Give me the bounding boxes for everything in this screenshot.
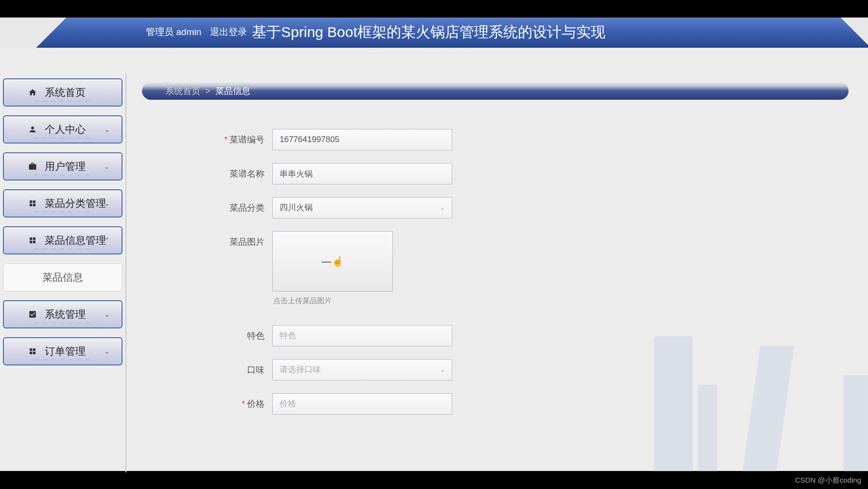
category-label: 菜品分类 xyxy=(204,197,272,214)
logout-link[interactable]: 退出登录 xyxy=(210,26,247,38)
chevron-down-icon: ⌄ xyxy=(104,126,110,133)
sidebar-item-profile[interactable]: 个人中心 ⌄ — — — — — — — xyxy=(3,115,123,144)
breadcrumb: 系统首页 > 菜品信息 xyxy=(142,82,849,100)
recipe-name-label: 菜谱名称 xyxy=(204,163,272,180)
price-input[interactable] xyxy=(272,393,452,415)
sidebar-item-category-mgmt[interactable]: 菜品分类管理 ⌄ — — — — — — — xyxy=(3,189,123,217)
sidebar-item-user-mgmt[interactable]: 用户管理 ⌄ — — — — — — — xyxy=(3,152,123,181)
sidebar-item-label: 系统管理 xyxy=(45,308,86,321)
grid-icon xyxy=(27,235,38,246)
system-title: 基于Spring Boot框架的某火锅店管理系统的设计与实现 xyxy=(252,22,605,42)
form-area: *菜谱编号 菜谱名称 菜品分类 四川火锅 ⌄ 菜品图片 —☝ xyxy=(204,129,858,415)
pointer-cursor-icon: —☝ xyxy=(322,255,344,267)
sidebar-item-label: 系统首页 xyxy=(45,86,86,99)
category-select[interactable]: 四川火锅 ⌄ xyxy=(272,197,452,218)
briefcase-icon xyxy=(27,161,38,172)
breadcrumb-root[interactable]: 系统首页 xyxy=(165,85,200,97)
chevron-down-icon: ⌄ xyxy=(440,204,445,211)
grid-icon xyxy=(27,346,38,357)
chevron-down-icon: ⌄ xyxy=(104,163,110,170)
chevron-down-icon: ⌄ xyxy=(104,199,110,207)
sidebar-subitem-dish-info[interactable]: 菜品信息 xyxy=(3,263,123,291)
breadcrumb-separator: > xyxy=(205,86,211,96)
sidebar-item-label: 菜品信息管理 xyxy=(45,234,106,247)
recipe-name-input[interactable] xyxy=(272,163,452,184)
sidebar-item-label: 用户管理 xyxy=(45,160,86,173)
upload-hint: 点击上传菜品图片 xyxy=(273,296,393,306)
sidebar: 系统首页 — — — — — — — 个人中心 ⌄ — — — — — — — … xyxy=(0,73,126,472)
breadcrumb-current: 菜品信息 xyxy=(215,85,250,97)
check-square-icon xyxy=(27,309,38,320)
feature-label: 特色 xyxy=(204,325,272,342)
sidebar-item-dish-info-mgmt[interactable]: 菜品信息管理 ⌃ — — — — — — — xyxy=(3,226,123,254)
chevron-up-icon: ⌃ xyxy=(104,236,110,244)
header-banner: 管理员 admin 退出登录 基于Spring Boot框架的某火锅店管理系统的… xyxy=(0,18,868,48)
chevron-down-icon: ⌄ xyxy=(104,347,110,355)
chevron-down-icon: ⌄ xyxy=(440,366,445,373)
recipe-code-input[interactable] xyxy=(272,129,452,150)
feature-input[interactable] xyxy=(272,325,452,346)
main-content: 系统首页 > 菜品信息 *菜谱编号 菜谱名称 菜品分类 四川火锅 xyxy=(136,73,858,472)
sidebar-item-system-mgmt[interactable]: 系统管理 ⌄ — — — — — — — xyxy=(3,300,123,328)
sidebar-item-label: 菜品信息 xyxy=(42,271,83,284)
admin-label: 管理员 admin xyxy=(146,26,201,38)
sidebar-item-label: 菜品分类管理 xyxy=(45,197,106,210)
image-upload-box[interactable]: —☝ xyxy=(272,231,393,291)
sidebar-item-home[interactable]: 系统首页 — — — — — — — xyxy=(3,78,123,107)
price-label: *价格 xyxy=(204,393,272,410)
home-icon xyxy=(27,87,38,98)
person-icon xyxy=(27,124,38,135)
chevron-down-icon: ⌄ xyxy=(104,310,110,318)
watermark: CSDN @小蔡coding xyxy=(795,476,861,485)
sidebar-item-label: 个人中心 xyxy=(45,123,86,136)
sidebar-item-label: 订单管理 xyxy=(45,344,86,358)
taste-label: 口味 xyxy=(204,359,272,376)
sidebar-item-order-mgmt[interactable]: 订单管理 ⌄ — — — — — — — xyxy=(3,337,123,365)
image-label: 菜品图片 xyxy=(204,231,272,248)
recipe-code-label: *菜谱编号 xyxy=(204,129,272,145)
taste-select[interactable]: 请选择口味 ⌄ xyxy=(272,359,452,380)
grid-icon xyxy=(27,198,38,209)
